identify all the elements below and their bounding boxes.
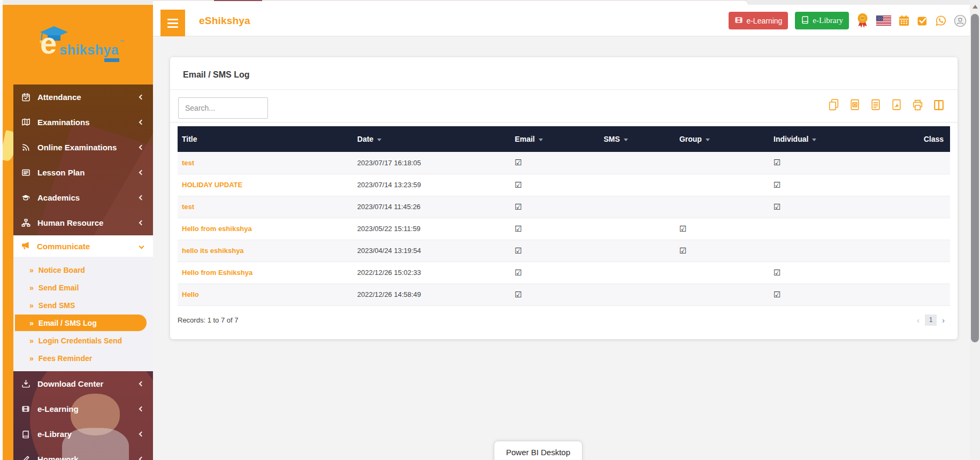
sidebar-item-download-center[interactable]: Download Center [13, 371, 153, 396]
scroll-up-arrow-icon[interactable] [973, 5, 978, 9]
export-pdf-icon[interactable] [891, 98, 902, 111]
sidebar-item-attendance[interactable]: Attendance [13, 85, 153, 110]
table-row: Hello2022/12/26 14:58:49☑☑ [178, 283, 950, 305]
table-row: test2023/07/17 16:18:05☑☑ [178, 152, 950, 174]
pagination-prev-button[interactable]: ‹ [917, 316, 920, 325]
row-date: 2023/04/24 13:19:54 [353, 240, 511, 262]
double-arrow-icon: » [29, 336, 34, 345]
sidebar-item-online-examinations[interactable]: Online Examinations [13, 135, 153, 160]
brand-title: eShikshya [199, 5, 250, 36]
sort-arrow-icon[interactable] [377, 139, 381, 141]
export-copy-icon[interactable] [828, 98, 840, 111]
submenu-item-send-email[interactable]: »Send Email [13, 279, 153, 296]
submenu-item-email-sms-log[interactable]: »Email / SMS Log [15, 315, 147, 331]
sms-checked-icon [599, 283, 675, 305]
chevron-left-icon [139, 432, 144, 437]
sidebar-item-label: e-Learning [37, 404, 133, 413]
records-summary: Records: 1 to 7 of 7 [178, 316, 238, 324]
header-button-e-library[interactable]: e-Library [795, 12, 849, 29]
pagination: ‹ 1 › [917, 315, 945, 326]
row-title-link[interactable]: Hello from eshikshya [178, 218, 353, 240]
table-header-row: TitleDateEmailSMSGroupIndividualClass [178, 126, 950, 152]
search-input[interactable] [178, 97, 268, 119]
app-logo[interactable]: e shikshya ™ [24, 26, 136, 71]
sidebar-item-communicate[interactable]: Communicate [13, 235, 153, 257]
communicate-submenu: »Notice Board»Send Email»Send SMS»Email … [13, 257, 153, 371]
row-title-link[interactable]: HOLIDAY UPDATE [178, 174, 353, 196]
submenu-item-label: Send Email [39, 283, 79, 292]
column-header-date[interactable]: Date [353, 126, 511, 152]
submenu-item-label: Email / SMS Log [39, 319, 97, 327]
sort-arrow-icon[interactable] [706, 139, 710, 141]
export-columns-icon[interactable] [933, 99, 945, 111]
header-button-e-learning[interactable]: e-Learning [729, 12, 788, 29]
top-header: eShikshya e-Learninge-Library [153, 5, 970, 36]
tasks-icon[interactable] [917, 15, 928, 26]
sidebar-item-homework[interactable]: Homework [13, 447, 153, 460]
class-checked-icon [888, 174, 950, 196]
sms-checked-icon [599, 218, 675, 240]
individual-checked-icon: ☑ [769, 262, 888, 283]
scrollbar-thumb[interactable] [971, 14, 979, 342]
medal-icon[interactable] [856, 13, 869, 29]
group-checked-icon [675, 283, 769, 305]
sidebar-item-human-resource[interactable]: Human Resource [13, 210, 153, 235]
bullhorn-icon [21, 241, 30, 251]
class-checked-icon [888, 262, 950, 283]
column-header-email[interactable]: Email [510, 126, 599, 152]
logo-wordmark: shikshya [59, 42, 119, 58]
column-label: SMS [603, 135, 619, 143]
calendar-icon[interactable] [898, 15, 910, 27]
window-top-strip [0, 0, 980, 5]
sort-arrow-icon[interactable] [624, 139, 628, 141]
window-accent-line [214, 0, 262, 1]
class-checked-icon [888, 152, 950, 174]
submenu-item-send-sms[interactable]: »Send SMS [13, 296, 153, 314]
column-header-group[interactable]: Group [675, 126, 769, 152]
group-checked-icon: ☑ [675, 218, 769, 240]
group-checked-icon [675, 262, 769, 283]
table-row: Hello from eshikshya2023/05/22 15:11:59☑… [178, 218, 950, 240]
sort-arrow-icon[interactable] [539, 139, 543, 141]
email-checked-icon: ☑ [510, 240, 599, 262]
us-flag-icon[interactable] [876, 16, 891, 26]
column-header-sms[interactable]: SMS [599, 126, 675, 152]
sort-arrow-icon[interactable] [812, 139, 816, 141]
row-title-link[interactable]: test [178, 196, 353, 218]
row-title-link[interactable]: hello its eshikshya [178, 240, 353, 262]
row-title-link[interactable]: test [178, 152, 353, 174]
double-arrow-icon: » [29, 283, 34, 292]
submenu-item-login-credentials-send[interactable]: »Login Credentials Send [13, 332, 153, 349]
submenu-item-fees-reminder[interactable]: »Fees Reminder [13, 349, 153, 367]
sidebar-item-e-library[interactable]: e-Library [13, 421, 153, 447]
main-content: Email / SMS Log TitleDateEmailSMSGroupIn… [153, 36, 970, 460]
individual-checked-icon: ☑ [769, 152, 888, 174]
group-checked-icon [675, 174, 769, 196]
sidebar-item-label: Online Examinations [37, 143, 133, 152]
sidebar-item-lesson-plan[interactable]: Lesson Plan [13, 160, 153, 185]
sidebar-item-academics[interactable]: Academics [13, 185, 153, 210]
chevron-left-icon [139, 220, 144, 226]
submenu-item-label: Send SMS [39, 301, 75, 310]
pagination-next-button[interactable]: › [942, 316, 945, 325]
submenu-item-notice-board[interactable]: »Notice Board [13, 261, 153, 279]
submenu-item-label: Fees Reminder [39, 354, 92, 363]
hamburger-menu-button[interactable] [160, 10, 185, 36]
download-icon [21, 379, 30, 388]
individual-checked-icon: ☑ [769, 196, 888, 218]
column-header-individual[interactable]: Individual [769, 126, 888, 152]
graduation-cap-icon [21, 193, 30, 202]
row-date: 2022/12/26 14:58:49 [353, 283, 511, 305]
table-row: test2023/07/14 11:45:26☑☑ [178, 196, 950, 218]
row-title-link[interactable]: Hello from Eshikshya [178, 262, 353, 283]
sidebar-item-e-learning[interactable]: e-Learning [13, 396, 153, 421]
row-title-link[interactable]: Hello [178, 283, 353, 305]
export-file-text-icon[interactable] [870, 98, 882, 111]
whatsapp-icon[interactable] [935, 15, 947, 27]
export-excel-icon[interactable] [849, 98, 861, 111]
sidebar-item-examinations[interactable]: Examinations [13, 110, 153, 135]
export-print-icon[interactable] [912, 99, 924, 111]
page-scrollbar[interactable] [970, 0, 980, 460]
pagination-page-1[interactable]: 1 [925, 315, 937, 326]
user-icon[interactable] [954, 14, 967, 27]
